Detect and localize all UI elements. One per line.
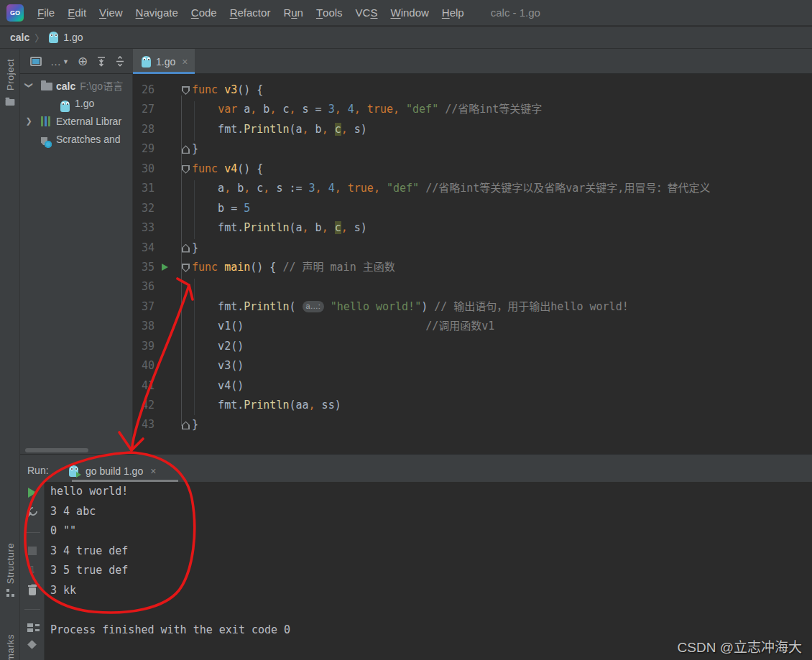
code-line-34[interactable]: 34} [133,238,812,258]
layout-icon[interactable] [27,623,37,632]
code-text: a, b, c, s := 3, 4, true, "def" //省略int等… [192,179,710,198]
menu-item-edit[interactable]: Edit [61,0,93,26]
code-line-36[interactable]: 36 [133,277,812,297]
go-file-icon [142,56,151,68]
menu-item-window[interactable]: Window [384,0,435,26]
run-tab[interactable]: go build 1.go × [62,460,163,482]
line-number: 37 [133,297,154,317]
code-editor[interactable]: 26func v3() {27 var a, b, c, s = 3, 4, t… [133,74,812,454]
code-line-33[interactable]: 33 fmt.Println(a, b, c, s) [133,218,812,238]
locate-icon[interactable]: ⊕ [78,55,88,68]
breadcrumb-file[interactable]: 1.go [63,32,83,43]
code-line-38[interactable]: 38 v1() //调用函数v1 [133,317,812,336]
menu-item-tools[interactable]: Tools [310,0,349,26]
fold-close-icon[interactable] [182,244,190,253]
line-number: 43 [133,415,154,434]
code-line-35[interactable]: 35func main() { // 声明 main 主函数 [133,258,812,277]
fold-open-icon[interactable] [182,264,190,272]
code-text: } [192,139,198,159]
project-toolbar: …▼⊕ [20,49,133,74]
line-number: 32 [133,199,154,218]
stripe-button-bookmarks[interactable]: Bookmarks [0,634,20,660]
pin-icon[interactable] [27,640,37,649]
code-line-37[interactable]: 37 fmt.Println( a…: "hello world!") // 输… [133,297,812,317]
code-text: func v3() { [192,80,263,100]
run-tab-label: go build 1.go [86,465,143,477]
code-line-30[interactable]: 30func v4() { [133,159,812,179]
splitter[interactable] [20,454,812,460]
breadcrumb-project[interactable]: calc [10,32,29,43]
code-line-39[interactable]: 39 v2() [133,337,812,356]
view-options-icon[interactable] [30,57,42,66]
close-icon[interactable]: × [182,57,188,67]
collapse-all-icon[interactable] [115,56,125,67]
fold-close-icon[interactable] [182,421,190,429]
code-text: } [192,415,198,434]
close-icon[interactable]: × [150,466,156,476]
gutter [157,258,192,277]
gutter [157,199,192,218]
code-line-26[interactable]: 26func v3() { [133,80,812,100]
expand-all-icon[interactable] [96,56,106,67]
code-line-43[interactable]: 43} [133,415,812,434]
editor-tab-1go[interactable]: 1.go × [133,49,195,74]
more-icon[interactable]: …▼ [50,55,69,68]
menu-item-file[interactable]: File [31,0,61,26]
code-line-29[interactable]: 29} [133,139,812,159]
run-panel-header: Run: go build 1.go × [20,460,812,482]
chevron-right-icon[interactable]: ❯ [24,116,33,126]
line-number: 42 [133,396,154,415]
fold-close-icon[interactable] [182,145,190,154]
code-text: func main() { // 声明 main 主函数 [192,258,395,277]
fold-open-icon[interactable] [182,165,190,174]
menu-item-code[interactable]: Code [185,0,223,26]
stripe-button-structure[interactable]: Structure [0,543,20,597]
editor-tab-bar: 1.go × [133,49,195,74]
tree-item-label: External Librar [56,116,121,127]
breadcrumb: calc 〉 1.go [0,27,812,49]
menu-item-run[interactable]: Run [277,0,310,26]
structure-stripe-label: Structure [5,543,16,584]
run-panel-label: Run: [27,465,49,476]
tree-item-label: 1.go [75,98,94,109]
code-line-27[interactable]: 27 var a, b, c, s = 3, 4, true, "def" //… [133,100,812,119]
stop-icon[interactable] [28,547,37,555]
menu-item-help[interactable]: Help [435,0,471,26]
gutter [157,159,192,179]
gutter [157,415,192,434]
settings-icon[interactable] [27,507,38,519]
code-line-40[interactable]: 40 v3() [133,356,812,376]
run-main-icon[interactable] [162,264,168,271]
window-title: calc - 1.go [491,6,540,19]
clear-icon[interactable] [28,585,37,595]
folder-icon [6,99,15,106]
gutter [157,356,192,376]
code-line-28[interactable]: 28 fmt.Println(a, b, c, s) [133,120,812,139]
horizontal-scrollbar[interactable] [25,448,88,452]
code-line-31[interactable]: 31 a, b, c, s := 3, 4, true, "def" //省略i… [133,179,812,198]
code-text: fmt.Println(a, b, c, s) [192,120,367,139]
code-line-32[interactable]: 32 b = 5 [133,199,812,218]
output-line: 3 4 abc [50,502,812,522]
stripe-button-project[interactable]: Project [0,59,20,106]
run-console-output: hello world!3 4 abc0 ""3 4 true def3 5 t… [50,482,812,660]
menu-item-refactor[interactable]: Refactor [223,0,277,26]
tree-item-scratches-and[interactable]: Scratches and [20,130,132,148]
code-line-41[interactable]: 41 v4() [133,376,812,396]
scroll-end-icon[interactable]: ⇩ [27,564,37,575]
tree-item-calc[interactable]: ❯calcF:\go语言 [20,76,132,94]
rerun-icon[interactable] [28,488,37,498]
line-number: 38 [133,317,154,336]
gutter [157,396,192,415]
code-line-42[interactable]: 42 fmt.Println(aa, ss) [133,396,812,415]
code-text: var a, b, c, s = 3, 4, true, "def" //省略i… [192,100,542,119]
tree-item-1-go[interactable]: 1.go [20,94,132,112]
tree-item-external-librar[interactable]: ❯External Librar [20,112,132,130]
chevron-down-icon[interactable]: ❯ [24,81,34,90]
menu-item-navigate[interactable]: Navigate [129,0,185,26]
fold-open-icon[interactable] [182,86,190,95]
menu-item-view[interactable]: View [93,0,129,26]
line-number: 29 [133,139,154,159]
gutter [157,139,192,159]
menu-item-vcs[interactable]: VCS [349,0,384,26]
